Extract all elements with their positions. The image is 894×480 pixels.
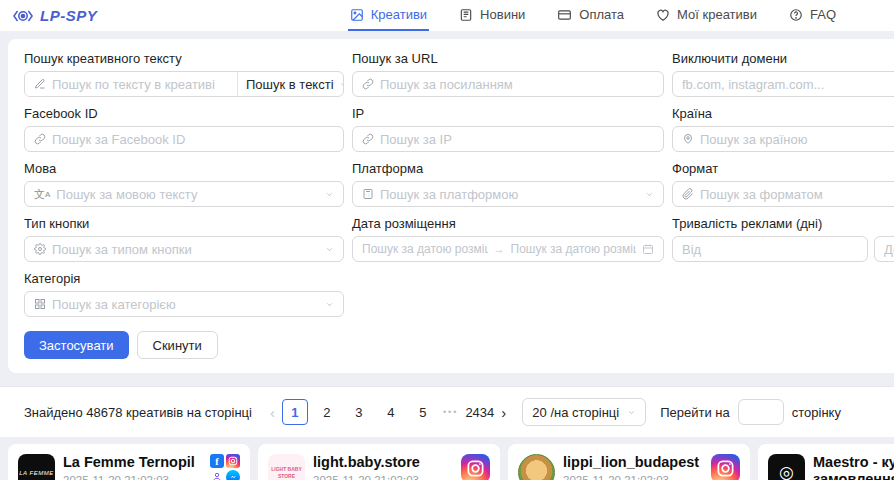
language-placeholder: Пошук за мовою тексту (56, 187, 319, 202)
language-select[interactable]: 文A Пошук за мовою тексту (24, 181, 344, 207)
page-size-value: 20 /на сторінці (532, 405, 619, 420)
url-input[interactable] (380, 77, 654, 92)
filter-button-type: Тип кнопки Пошук за типом кнопки (24, 216, 344, 262)
facebook-id-input[interactable] (52, 132, 334, 147)
duration-from-input[interactable] (682, 242, 858, 257)
page-button-2[interactable]: 2 (314, 399, 340, 425)
filter-platform: Платформа Пошук за платформою (352, 161, 664, 207)
grid-icon (34, 298, 46, 310)
button-type-select[interactable]: Пошук за типом кнопки (24, 236, 344, 262)
card-date: 2025-11-20 21:02:03 (313, 474, 453, 480)
filter-exclude-domains: Виключити домени (672, 51, 894, 97)
chevron-down-icon (325, 190, 334, 199)
creative-text-input[interactable] (52, 77, 228, 92)
chevron-down-icon (627, 408, 636, 417)
creative-card[interactable]: LIGHT BABY STORE light.baby.store 2025-1… (258, 444, 500, 480)
country-input[interactable] (700, 132, 894, 147)
platform-placeholder: Пошук за платформою (380, 187, 639, 202)
category-select[interactable]: Пошук за категорією (24, 291, 344, 317)
nav-tab-payment[interactable]: Оплата (555, 0, 626, 31)
filter-url: Пошук за URL (352, 51, 664, 97)
page-button-5[interactable]: 5 (410, 399, 436, 425)
format-input[interactable] (700, 187, 894, 202)
page-button-4[interactable]: 4 (378, 399, 404, 425)
nav-tab-label: Креативи (371, 7, 427, 22)
page-button-3[interactable]: 3 (346, 399, 372, 425)
card-title: La Femme Ternopil (63, 454, 202, 471)
date-range-picker[interactable]: Пошук за датою розміщення → Пошук за дат… (352, 236, 664, 262)
card-avatar: LIGHT BABY STORE (268, 454, 305, 480)
brand-name: LP-SPY (40, 7, 97, 24)
nav-tab-my-creatives[interactable]: Мої креативи (654, 0, 759, 31)
creative-card[interactable]: lippi_lion_budapest 2025-11-20 21:02:03 … (508, 444, 750, 480)
goto-suffix: сторінку (792, 405, 841, 420)
instagram-icon (226, 454, 240, 468)
filter-category: Категорія Пошук за категорією (24, 271, 344, 317)
prev-page-button[interactable]: ‹ (266, 404, 279, 421)
filter-facebook-id: Facebook ID (24, 106, 344, 152)
field-label: Пошук креативного тексту (24, 51, 344, 66)
filter-duration: Тривалість реклами (дні) (672, 216, 894, 262)
nav-tab-label: Мої креативи (677, 7, 757, 22)
card-icon (557, 8, 572, 22)
card-title: light.baby.store (313, 454, 453, 471)
filter-country: Країна (672, 106, 894, 152)
nav-tab-creatives[interactable]: Креативи (348, 0, 429, 31)
main-nav: Креативи Новини Оплата Мої креативи FAQ (348, 0, 838, 31)
filter-format: Формат (672, 161, 894, 207)
results-summary: Знайдено 48678 креативів на сторінці (24, 405, 252, 420)
pagination-ellipsis[interactable]: ••• (443, 407, 458, 417)
location-pin-icon (682, 133, 694, 145)
field-label: Виключити домени (672, 51, 894, 66)
card-avatar: ◎ (768, 454, 805, 480)
nav-tab-faq[interactable]: FAQ (787, 0, 838, 31)
apply-button[interactable]: Застосувати (24, 331, 129, 359)
filter-language: Мова 文A Пошук за мовою тексту (24, 161, 344, 207)
goto-prefix: Перейти на (660, 405, 730, 420)
duration-to-input[interactable] (884, 242, 894, 257)
exclude-domains-input[interactable] (682, 77, 894, 92)
field-label: Мова (24, 161, 344, 176)
goto-page-input[interactable] (738, 399, 784, 425)
audience-network-icon (210, 470, 224, 480)
page-button-last[interactable]: 2434 (465, 399, 494, 425)
pencil-icon (34, 78, 46, 90)
question-icon (789, 8, 803, 22)
page-button-1[interactable]: 1 (282, 399, 308, 425)
platform-icon (362, 188, 374, 200)
card-title: lippi_lion_budapest (563, 454, 703, 471)
search-mode-value: Пошук в тексті (246, 77, 334, 92)
image-icon (350, 8, 364, 22)
link-icon (34, 133, 46, 145)
reset-button[interactable]: Скинути (137, 331, 218, 359)
card-date: 2025-11-20 21:02:03 (63, 474, 202, 480)
creative-card[interactable]: LA FEMME La Femme Ternopil 2025-11-20 21… (8, 444, 250, 480)
brand-logo[interactable]: LP-SPY (12, 7, 97, 24)
field-label: Тривалість реклами (дні) (672, 216, 894, 231)
arrow-right-icon: → (494, 243, 505, 255)
field-label: Дата розміщення (352, 216, 664, 231)
nav-tab-label: FAQ (810, 7, 836, 22)
nav-tab-news[interactable]: Новини (457, 0, 527, 31)
ip-input[interactable] (380, 132, 654, 147)
creative-card[interactable]: ◎ Maestro - кухні, меблі замовлення в Уж… (758, 444, 894, 480)
search-mode-select[interactable]: Пошук в тексті (237, 72, 344, 96)
filter-placement-date: Дата розміщення Пошук за датою розміщенн… (352, 216, 664, 262)
page-size-select[interactable]: 20 /на сторінці (522, 398, 646, 426)
filter-panel: Пошук креативного тексту Пошук в тексті … (8, 39, 894, 373)
field-label: Країна (672, 106, 894, 121)
field-label: Формат (672, 161, 894, 176)
card-date: 2025-11-20 21:02:03 (563, 474, 703, 480)
date-to-placeholder: Пошук за датою розміщення (511, 242, 637, 256)
messenger-icon (226, 470, 240, 480)
link-icon (362, 78, 374, 90)
card-avatar (518, 454, 555, 480)
next-page-button[interactable]: › (497, 404, 510, 421)
button-type-placeholder: Пошук за типом кнопки (52, 242, 319, 257)
field-label: Платформа (352, 161, 664, 176)
platform-select[interactable]: Пошук за платформою (352, 181, 664, 207)
field-label: Пошук за URL (352, 51, 664, 66)
card-avatar: LA FEMME (18, 454, 55, 480)
card-title: Maestro - кухні, меблі замовлення в Ужго… (813, 454, 894, 480)
goto-page: Перейти на сторінку (660, 399, 841, 425)
